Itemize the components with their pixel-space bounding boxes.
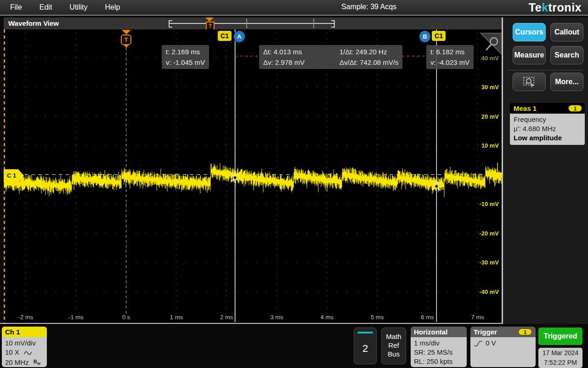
bandwidth-limit-icon: BW [34,359,41,364]
math-ref-bus-button[interactable]: Math Ref Bus [381,328,406,364]
waveform-view-panel: Waveform View T 40 mV30 mV20 mV10 mV-10 … [4,17,502,324]
cursor-a-channel-badge[interactable]: C1 [218,31,232,41]
cursor-b-badge[interactable]: B [419,30,431,43]
x-axis-label: -2 ms [18,314,34,321]
delta-time: Δt: 4.013 ms [263,46,337,57]
trigger-source-badge: 1 [518,328,532,335]
cursors-button[interactable]: Cursors [513,23,546,41]
channel-2-label: 2 [354,343,376,355]
y-axis-label: 40 mV [481,55,499,62]
callout-button[interactable]: Callout [550,23,583,41]
horizontal-position-ruler[interactable]: T [169,19,335,28]
x-axis-label: 2 ms [220,314,233,321]
ac-sine-icon [24,351,32,356]
ch1-bandwidth: 20 MHz [5,358,29,366]
menu-file[interactable]: File [10,3,22,12]
ruler-cursor-b-tick [313,19,314,28]
results-sidebar: Cursors Callout Measure Search More... M… [503,17,588,324]
trigger-pointer-icon [124,45,129,48]
x-axis-label: 6 ms [421,314,434,321]
waveform-view-header: Waveform View T [4,17,502,29]
x-axis-label: -1 ms [68,314,84,321]
delta-voltage: Δv: 2.978 mV [263,57,337,68]
ref-label: Ref [382,341,406,350]
y-axis-label: 10 mV [481,142,499,149]
date-time-display: 17 Mar 2024 7:52:22 PM [538,348,582,368]
trigger-level: 0 V [486,339,496,347]
trigger-badge[interactable]: Trigger 1 0 V [470,327,536,367]
cursor-b-channel-badge[interactable]: C1 [432,31,446,41]
cursor-a-voltage: v: -1.045 mV [166,57,205,68]
sample-rate: SR: 25 MS/s [414,348,464,357]
x-axis-label: 1 ms [170,314,183,321]
ruler-left-bracket [169,20,172,28]
waveform-view-title: Waveform View [8,19,59,27]
acquisition-status-badge: Triggered [538,328,582,345]
zoom-select-button[interactable] [513,73,546,91]
menu-help[interactable]: Help [105,3,120,12]
cursor-a-badge[interactable]: A [233,30,245,43]
channel-2-color-bar [357,332,373,334]
record-length: RL: 250 kpts [414,357,464,366]
more-button[interactable]: More... [550,73,583,91]
y-axis-label: -20 mV [479,230,499,237]
menu-items: File Edit Utility Help [0,0,120,15]
x-axis-label: 4 ms [321,314,334,321]
x-axis-label: 3 ms [270,314,283,321]
sidebar-divider [508,70,583,70]
oscilloscope-screen: File Edit Utility Help Sample: 39 Acqs T… [0,0,588,368]
menu-utility[interactable]: Utility [69,3,87,12]
waveform-plot[interactable]: 40 mV30 mV20 mV10 mV-10 mV-20 mV-30 mV-4… [4,29,502,324]
ch1-title: Ch 1 [2,327,47,337]
y-axis-label: -40 mV [479,288,499,295]
trigger-t-icon: T [121,34,131,45]
bus-label: Bus [382,350,406,358]
ruler-right-bracket [331,20,335,28]
meas1-source-badge: 1 [568,105,582,112]
horizontal-title: Horizontal [411,327,467,337]
measure-button[interactable]: Measure [513,46,546,64]
y-axis-label: 20 mV [481,113,499,120]
ch1-scale: 10 mV/div [5,339,44,348]
menu-bar: File Edit Utility Help Sample: 39 Acqs T… [0,0,588,16]
x-axis-label: 0 s [122,314,130,321]
meas1-value: µ': 4.680 MHz [514,124,581,133]
trigger-triangle-icon [122,30,131,34]
y-axis-label: -30 mV [479,259,499,266]
x-axis-label: 7 ms [471,314,485,321]
cursor-b-time: t: 6.182 ms [430,46,469,57]
search-button[interactable]: Search [550,46,583,64]
acquisition-sample-count: Sample: 39 Acqs [341,3,396,11]
magnifier-handle-icon [486,45,491,50]
trigger-title: Trigger [474,328,497,336]
measurement-badge-meas1[interactable]: Meas 1 1 Frequency µ': 4.680 MHz Low amp… [510,103,585,145]
inverse-delta-time: 1/Δt: 249.20 Hz [339,46,398,57]
horizontal-scale: 1 ms/div [414,339,464,348]
horizontal-badge[interactable]: Horizontal 1 ms/div SR: 25 MS/s RL: 250 … [411,327,467,367]
x-axis-label: 5 ms [371,314,384,321]
cursor-b-readout: t: 6.182 ms v: -4.023 mV [426,45,474,69]
time: 7:52:22 PM [538,358,582,368]
zoom-select-icon [522,75,536,88]
meas1-title: Meas 1 [514,104,537,112]
ruler-trigger-arrow-icon[interactable] [205,17,214,22]
channel-1-badge[interactable]: Ch 1 10 mV/div 10 X 20 MHzBW [2,327,47,367]
cursor-a-readout: t: 2.169 ms v: -1.045 mV [162,45,209,69]
settings-bar: Ch 1 10 mV/div 10 X 20 MHzBW 2 Math Ref … [0,324,588,368]
rising-edge-icon [474,340,483,347]
ruler-cursor-a-tick [246,19,247,28]
meas1-warning: Low amplitude [514,133,581,143]
ch1-waveform-trace [4,163,501,197]
meas1-type: Frequency [514,115,581,124]
waveform-graticule[interactable]: 40 mV30 mV20 mV10 mV-10 mV-20 mV-30 mV-4… [4,29,502,324]
y-axis-label: 30 mV [481,84,499,91]
cursor-a-time: t: 2.169 ms [166,46,205,57]
menu-edit[interactable]: Edit [40,3,52,12]
y-axis-label: -10 mV [479,201,499,207]
add-channel-2-button[interactable]: 2 [354,328,377,364]
cursor-delta-readout: Δt: 4.013 ms 1/Δt: 249.20 Hz Δv: 2.978 m… [259,45,402,69]
math-label: Math [382,332,406,341]
cursor-b-voltage: v: -4.023 mV [430,57,469,68]
date: 17 Mar 2024 [538,348,582,358]
ch1-probe: 10 X [5,348,19,356]
